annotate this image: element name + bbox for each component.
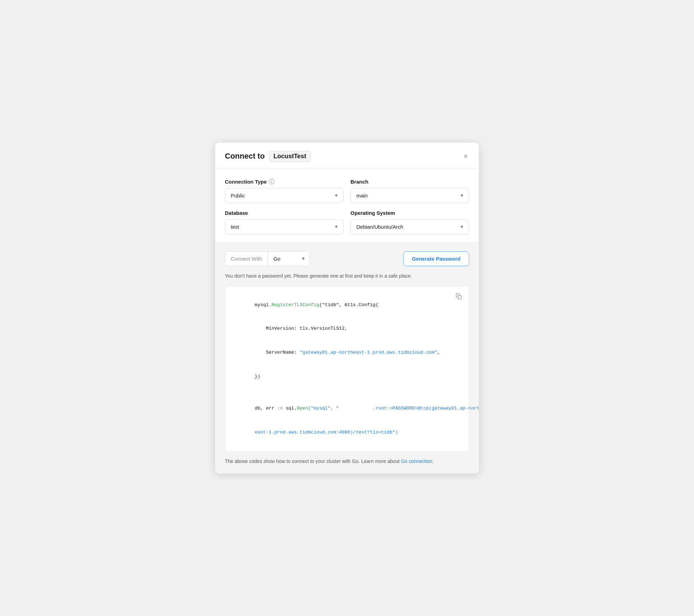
copy-button[interactable] (454, 292, 463, 302)
os-label: Operating System (350, 210, 469, 216)
form-row-2: Database test prod dev Operating System … (225, 210, 469, 234)
close-button[interactable]: × (462, 151, 469, 161)
code-line-5 (232, 389, 462, 397)
connection-type-select[interactable]: Public Private VPC Peering (225, 188, 344, 203)
svg-rect-0 (458, 295, 462, 299)
os-select[interactable]: Debian/Ubuntu/Arch CentOS/RedHat/Fedora … (350, 219, 469, 234)
go-connection-link[interactable]: Go connection (401, 458, 432, 464)
connect-with-row: Connect With Go Python Java Node.js PHP … (225, 251, 469, 266)
branch-select[interactable]: main dev staging (350, 188, 469, 203)
code-line-4: }) (232, 365, 462, 389)
footer-note: The above codes show how to connect to y… (225, 458, 469, 465)
connection-type-group: Connection Type i Public Private VPC Pee… (225, 179, 344, 203)
code-line-7: east-1.prod.aws.tidbcloud.com:4000)/test… (232, 421, 462, 445)
database-label: Database (225, 210, 344, 216)
connect-with-select[interactable]: Go Python Java Node.js PHP Ruby (268, 252, 310, 266)
password-note: You don't have a password yet. Please ge… (225, 272, 469, 280)
connection-type-label: Connection Type i (225, 179, 344, 185)
branch-label: Branch (350, 179, 469, 185)
lower-section: Connect With Go Python Java Node.js PHP … (215, 243, 479, 474)
code-line-1: mysql.RegisterTLSConfig("tidb", &tls.Con… (232, 293, 462, 317)
code-block: mysql.RegisterTLSConfig("tidb", &tls.Con… (225, 286, 469, 452)
cluster-name-badge: LocustTest (269, 151, 311, 162)
database-select[interactable]: test prod dev (225, 219, 344, 234)
modal-header: Connect to LocustTest × (215, 143, 479, 169)
info-icon[interactable]: i (269, 179, 274, 184)
title-group: Connect to LocustTest (225, 151, 311, 162)
os-group: Operating System Debian/Ubuntu/Arch Cent… (350, 210, 469, 234)
form-section: Connection Type i Public Private VPC Pee… (215, 169, 479, 243)
code-line-2: MinVersion: tls.VersionTLS12, (232, 317, 462, 341)
code-line-3: ServerName: "gateway01.ap-northeast-1.pr… (232, 341, 462, 365)
branch-group: Branch main dev staging (350, 179, 469, 203)
code-line-6: db, err := sql.Open("mysql", " .root:<PA… (232, 397, 462, 421)
connect-with-control: Connect With Go Python Java Node.js PHP … (225, 251, 310, 266)
connect-with-label: Connect With (225, 252, 268, 266)
database-group: Database test prod dev (225, 210, 344, 234)
generate-password-button[interactable]: Generate Password (403, 251, 469, 266)
modal-title: Connect to (225, 152, 265, 161)
form-row-1: Connection Type i Public Private VPC Pee… (225, 179, 469, 203)
connect-modal: Connect to LocustTest × Connection Type … (215, 143, 479, 474)
